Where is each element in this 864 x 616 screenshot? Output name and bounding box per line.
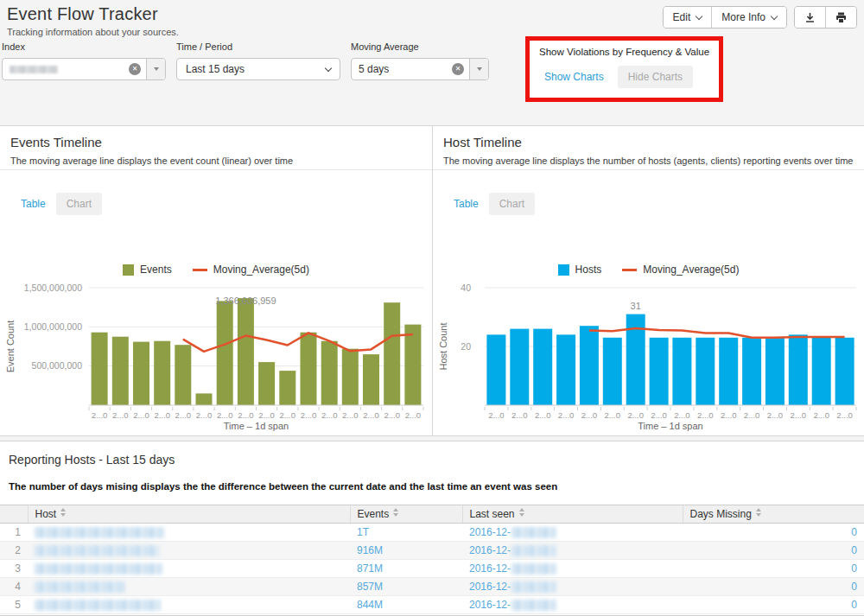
column-header-events[interactable]: Events bbox=[350, 505, 462, 524]
events-cell[interactable]: 844M bbox=[350, 596, 462, 614]
index-input[interactable]: ✕ bbox=[2, 58, 166, 80]
bar[interactable] bbox=[133, 342, 149, 405]
bar[interactable] bbox=[321, 341, 338, 405]
last-seen-cell[interactable]: 2016-12- bbox=[462, 560, 683, 578]
bar[interactable] bbox=[404, 325, 421, 405]
last-seen-cell[interactable]: 2016-12- bbox=[462, 578, 683, 596]
events-value-link[interactable]: 1T bbox=[357, 526, 369, 538]
bar[interactable] bbox=[696, 338, 715, 405]
bar[interactable] bbox=[672, 338, 691, 405]
events-value-link[interactable]: 916M bbox=[357, 544, 383, 556]
x-tick-label: 2...0 bbox=[605, 410, 621, 420]
moving-average-input[interactable]: 5 days ✕ bbox=[351, 58, 489, 80]
last-seen-value-link[interactable]: 2016-12- bbox=[469, 562, 511, 575]
bar[interactable] bbox=[384, 302, 400, 405]
events-value-link[interactable]: 844M bbox=[357, 599, 383, 611]
bar[interactable] bbox=[217, 301, 233, 405]
last-seen-value-link[interactable]: 2016-12- bbox=[469, 526, 511, 538]
bar[interactable] bbox=[238, 298, 254, 405]
events-value-link[interactable]: 871M bbox=[357, 562, 383, 575]
days-missing-value-link[interactable]: 0 bbox=[851, 526, 857, 538]
bar[interactable] bbox=[154, 341, 170, 405]
bar[interactable] bbox=[175, 345, 191, 405]
more-info-button[interactable]: More Info bbox=[711, 7, 786, 28]
days-missing-cell[interactable]: 0 bbox=[683, 596, 864, 614]
bar[interactable] bbox=[812, 338, 831, 405]
print-icon bbox=[835, 11, 848, 24]
events-value-link[interactable]: 857M bbox=[357, 581, 383, 593]
events-table-toggle[interactable]: Table bbox=[21, 198, 46, 210]
clear-icon[interactable]: ✕ bbox=[452, 63, 464, 75]
bar[interactable] bbox=[342, 349, 359, 405]
legend-label: Moving_Average(5d) bbox=[213, 264, 309, 276]
bar[interactable] bbox=[766, 338, 785, 405]
bar[interactable] bbox=[486, 334, 505, 405]
events-chart-toggle[interactable]: Chart bbox=[56, 193, 102, 215]
legend-item-line[interactable]: Moving_Average(5d) bbox=[622, 264, 739, 276]
days-missing-value-link[interactable]: 0 bbox=[851, 544, 857, 556]
x-tick-label: 2...0 bbox=[721, 410, 737, 420]
column-header-days-missing[interactable]: Days Missing bbox=[683, 505, 864, 524]
reporting-hosts-panel: Reporting Hosts - Last 15 days The numbe… bbox=[0, 441, 864, 616]
bar[interactable] bbox=[533, 329, 552, 405]
last-seen-value-link[interactable]: 2016-12- bbox=[469, 544, 511, 556]
print-button[interactable] bbox=[825, 7, 856, 28]
days-missing-value-link[interactable]: 0 bbox=[851, 581, 857, 593]
bar[interactable] bbox=[112, 337, 129, 405]
edit-button[interactable]: Edit bbox=[664, 7, 712, 28]
host-cell[interactable] bbox=[28, 542, 350, 560]
days-missing-value-link[interactable]: 0 bbox=[851, 599, 857, 611]
days-missing-cell[interactable]: 0 bbox=[683, 560, 864, 578]
bar[interactable] bbox=[580, 326, 599, 405]
bar[interactable] bbox=[719, 338, 738, 405]
hosts-table-toggle[interactable]: Table bbox=[454, 198, 479, 210]
x-tick-label: 2...0 bbox=[363, 410, 379, 420]
bar[interactable] bbox=[92, 333, 108, 405]
days-missing-value-link[interactable]: 0 bbox=[851, 562, 857, 575]
host-cell[interactable] bbox=[28, 524, 350, 542]
bar[interactable] bbox=[363, 354, 379, 405]
hosts-chart-toggle[interactable]: Chart bbox=[489, 193, 535, 215]
host-cell[interactable] bbox=[28, 596, 350, 614]
hide-charts-button[interactable]: Hide Charts bbox=[618, 66, 693, 88]
index-dropdown-button[interactable] bbox=[146, 59, 165, 79]
last-seen-value-link[interactable]: 2016-12- bbox=[469, 581, 511, 593]
legend-item-bar[interactable]: Hosts bbox=[558, 264, 602, 276]
bar[interactable] bbox=[279, 371, 295, 405]
last-seen-cell[interactable]: 2016-12- bbox=[462, 542, 683, 560]
events-cell[interactable]: 1T bbox=[350, 524, 462, 542]
bar[interactable] bbox=[258, 362, 275, 405]
bar[interactable] bbox=[510, 329, 529, 405]
bar[interactable] bbox=[742, 338, 761, 405]
show-charts-link[interactable]: Show Charts bbox=[544, 71, 604, 83]
time-period-filter: Time / Period Last 15 days bbox=[176, 35, 340, 80]
clear-icon[interactable]: ✕ bbox=[129, 63, 141, 75]
days-missing-cell[interactable]: 0 bbox=[683, 542, 864, 560]
bar[interactable] bbox=[650, 338, 669, 405]
bar[interactable] bbox=[556, 334, 575, 405]
column-header-host[interactable]: Host bbox=[28, 505, 350, 524]
bar[interactable] bbox=[603, 338, 622, 405]
y-axis-title: Host Count bbox=[438, 322, 448, 370]
last-seen-cell[interactable]: 2016-12- bbox=[462, 596, 683, 614]
host-cell[interactable] bbox=[28, 560, 350, 578]
download-button[interactable] bbox=[795, 7, 825, 28]
bar[interactable] bbox=[196, 393, 213, 405]
days-missing-cell[interactable]: 0 bbox=[683, 578, 864, 596]
bar[interactable] bbox=[835, 338, 854, 405]
legend-item-line[interactable]: Moving_Average(5d) bbox=[193, 264, 309, 276]
column-header-last-seen[interactable]: Last seen bbox=[462, 505, 683, 524]
events-cell[interactable]: 916M bbox=[350, 542, 462, 560]
days-missing-cell[interactable]: 0 bbox=[683, 524, 864, 542]
events-cell[interactable]: 857M bbox=[350, 578, 462, 596]
last-seen-cell[interactable]: 2016-12- bbox=[462, 524, 683, 542]
events-cell[interactable]: 871M bbox=[350, 560, 462, 578]
moving-average-dropdown-button[interactable] bbox=[469, 59, 488, 79]
legend-item-bar[interactable]: Events bbox=[123, 264, 172, 276]
table-row: 2916M2016-12-0 bbox=[0, 542, 864, 560]
last-seen-value-link[interactable]: 2016-12- bbox=[469, 599, 511, 611]
time-period-select[interactable]: Last 15 days bbox=[176, 58, 340, 80]
bar[interactable] bbox=[301, 333, 317, 405]
bar[interactable] bbox=[789, 334, 808, 405]
host-cell[interactable] bbox=[28, 578, 350, 596]
